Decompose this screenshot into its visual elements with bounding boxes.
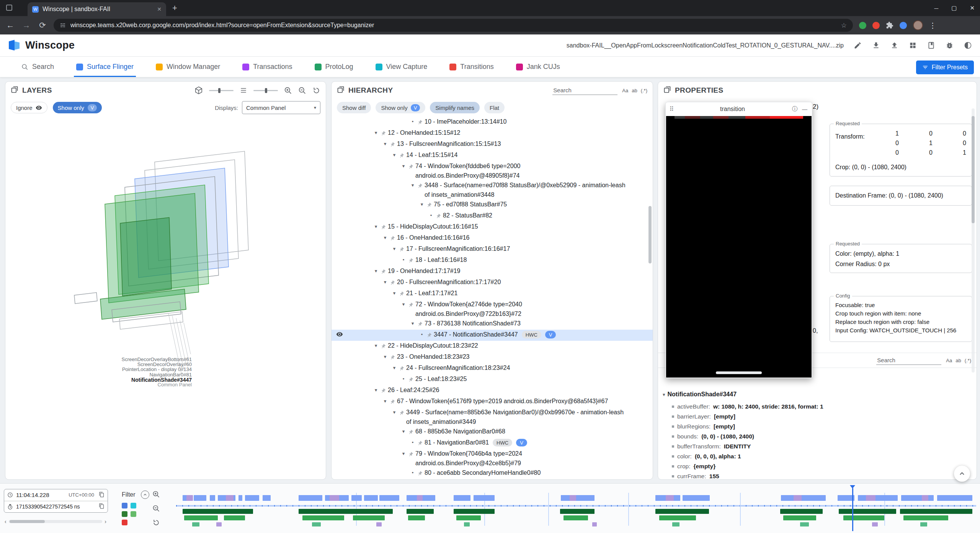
mini-scroll-thumb[interactable] [10,520,45,523]
search-option-ab[interactable]: ab [956,358,961,363]
tree-row[interactable]: ▾13 - FullscreenMagnification:15:15#13 [332,139,653,150]
layer-label-common-panel[interactable]: Common Panel [157,382,192,387]
expand-arrow-icon[interactable]: ▾ [418,199,426,209]
pin-icon[interactable] [408,163,413,172]
pin-icon[interactable] [408,301,413,311]
timeline-segment-misc-purple[interactable] [376,522,382,526]
apps-grid-icon[interactable] [908,41,917,50]
tab-search-icon[interactable] [6,5,12,11]
wm-trace-icon[interactable] [122,511,127,517]
tree-row[interactable]: •25 - Leaf:18:23#25 [332,374,653,385]
pin-icon[interactable] [399,365,404,374]
tree-row[interactable]: ▾3368 - WindowToken{f6b2f60 type=2024 an… [332,479,653,479]
expand-arrow-icon[interactable]: ▾ [372,222,380,231]
timeline-segment-surface-flinger[interactable] [561,495,595,501]
extension-icon-green[interactable] [859,22,866,29]
property-tree-root[interactable]: ▾ NotificationShade#3447 [663,391,974,398]
timeline-segment-protolog[interactable] [408,515,425,520]
timeline-segment-misc-purple[interactable] [592,522,597,526]
search-option-aa[interactable]: Aa [946,358,952,363]
timeline-segment-surface-flinger[interactable] [379,495,399,501]
timeline-segment-protolog[interactable] [353,515,385,520]
timeline-segment-protolog[interactable] [302,515,344,520]
expand-arrow-icon[interactable]: ▾ [400,161,407,171]
tab-jank-cujs[interactable]: Jank CUJs [516,57,560,77]
expand-arrow-icon[interactable]: ▾ [390,150,398,160]
timeline-segment-surface-flinger[interactable] [858,495,898,501]
show-only-chip[interactable]: Show only V [53,102,102,113]
expand-arrow-icon[interactable]: ▾ [400,427,407,436]
timeline-segment-surface-flinger[interactable] [781,495,826,501]
search-option--[interactable]: (.*) [641,88,647,93]
timeline-segment-transitions[interactable] [794,495,802,501]
pin-icon[interactable] [390,141,395,150]
tree-row[interactable]: ▾73 - 8736138 NotificationShade#73 [332,319,653,330]
hierarchy-option-simplify-names[interactable]: Simplify names [430,102,480,113]
timeline-segment-window-manager[interactable] [407,509,434,514]
expand-arrow-icon[interactable]: ▾ [372,128,380,137]
timeline-segment-protolog[interactable] [564,515,588,520]
property-item[interactable]: blurRegions: [empty] [663,422,974,432]
tree-row[interactable]: ▾72 - WindowToken{a2746de type=2040 andr… [332,299,653,319]
properties-search-input[interactable] [876,356,941,365]
scroll-right-icon[interactable]: › [105,518,106,525]
transactions-trace-icon[interactable] [131,503,136,508]
timeline-segment-protolog[interactable] [456,515,481,520]
tree-row[interactable]: •81 - NavigationBar0#81HWCV [332,438,653,449]
profile-avatar[interactable] [913,20,923,30]
tree-row[interactable]: ▾3448 - Surface(name=ed70f88 StatusBar)/… [332,180,653,199]
expand-arrow-icon[interactable]: ▾ [400,449,407,458]
screen-capture-window[interactable]: ⠿ transition ⓘ — [665,102,812,378]
upload-icon[interactable] [890,41,899,50]
pin-icon[interactable] [390,398,395,407]
tree-row[interactable]: ▾12 - OneHanded:15:15#12 [332,128,653,139]
timeline-segment-window-manager[interactable] [839,509,896,514]
pin-icon[interactable] [417,439,423,449]
timeline-segment-surface-flinger[interactable] [210,495,216,501]
hierarchy-search-input[interactable] [552,86,617,95]
tree-row[interactable]: ▾75 - ed70f88 StatusBar#75 [332,199,653,211]
pin-icon[interactable] [399,290,404,299]
expand-arrow-icon[interactable]: ▾ [372,266,380,276]
capture-window-header[interactable]: ⠿ transition ⓘ — [666,102,812,116]
pin-icon[interactable] [399,409,404,419]
protolog-trace-icon[interactable] [131,511,136,517]
hierarchy-option-show-diff[interactable]: Show diff [337,102,371,113]
pin-icon[interactable] [417,320,423,330]
zoom-in-icon[interactable] [152,490,160,498]
browser-tab[interactable]: W Winscope | sandbox-FAIl ✕ [28,2,166,16]
timeline-segment-window-manager[interactable] [183,509,253,514]
timeline-segment-misc-green[interactable] [192,522,199,526]
visibility-icon[interactable] [336,331,343,340]
maximize-icon[interactable]: ▢ [951,5,957,11]
pin-icon[interactable] [417,182,423,191]
timeline-segment-protolog[interactable] [783,515,816,520]
timeline-segment-protolog[interactable] [903,515,948,520]
timeline-cursor-handle[interactable] [850,485,855,489]
site-settings-icon[interactable] [60,22,66,28]
expand-arrow-icon[interactable]: ▾ [409,180,416,190]
expand-arrow-icon[interactable]: ▾ [390,407,398,417]
tree-row[interactable]: ▾21 - Leaf:17:17#21 [332,288,653,299]
tree-row[interactable]: ▾19 - OneHanded:17:17#19 [332,266,653,277]
timeline-segment-window-manager[interactable] [560,509,595,514]
property-item[interactable]: barrierLayer: [empty] [663,412,974,422]
tree-row[interactable]: ▾23 - OneHanded:18:23#23 [332,352,653,363]
new-tab-button[interactable]: + [172,4,177,12]
tree-row[interactable]: ▾14 - Leaf:15:15#14 [332,150,653,161]
filter-collapse-toggle[interactable] [141,490,149,499]
extension-icon-blue[interactable] [900,22,907,29]
expand-arrow-icon[interactable]: ▾ [372,341,380,350]
pin-icon[interactable] [390,234,395,244]
pin-icon[interactable] [381,129,386,139]
copy-icon[interactable] [99,503,105,510]
minimize-window-icon[interactable]: — [801,106,808,112]
collapse-panel-button[interactable] [954,466,970,482]
timeline-segment-protolog[interactable] [184,515,218,520]
timeline-segment-surface-flinger[interactable] [351,495,362,501]
expand-arrow-icon[interactable]: ▾ [390,363,398,373]
tree-row[interactable]: ▾3449 - Surface(name=885b63e NavigationB… [332,407,653,427]
timeline-segment-misc-green[interactable] [312,522,321,526]
spacing-slider[interactable] [253,90,278,91]
timeline-segment-surface-flinger[interactable] [245,495,260,501]
